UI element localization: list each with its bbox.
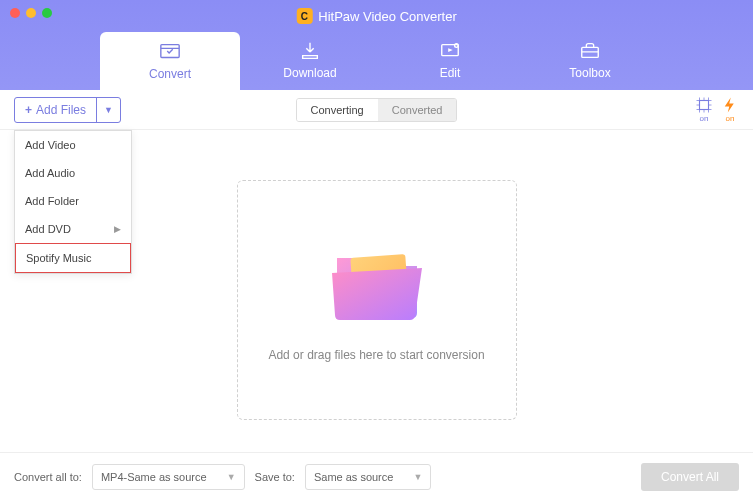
convert-all-to-label: Convert all to: xyxy=(14,471,82,483)
chevron-right-icon: ▶ xyxy=(114,224,121,234)
dropdown-item-add-audio[interactable]: Add Audio xyxy=(15,159,131,187)
app-title-text: HitPaw Video Converter xyxy=(318,9,457,24)
dropzone-text: Add or drag files here to start conversi… xyxy=(268,348,484,362)
tab-convert[interactable]: Convert xyxy=(100,32,240,90)
save-to-select[interactable]: Same as source ▼ xyxy=(305,464,431,490)
svg-rect-4 xyxy=(700,101,709,110)
convert-icon xyxy=(158,41,182,63)
dropzone[interactable]: Add or drag files here to start conversi… xyxy=(237,180,517,420)
add-files-label: Add Files xyxy=(36,103,86,117)
maximize-icon[interactable] xyxy=(42,8,52,18)
hardware-accel-icons: on on xyxy=(695,96,739,123)
select-value: Same as source xyxy=(314,471,393,483)
svg-point-2 xyxy=(455,44,459,48)
folder-icon xyxy=(322,238,432,328)
tab-download[interactable]: Download xyxy=(240,30,380,90)
download-icon xyxy=(298,40,322,62)
segment-control: Converting Converted xyxy=(296,98,458,122)
footer: Convert all to: MP4-Same as source ▼ Sav… xyxy=(0,452,753,500)
tab-label: Toolbox xyxy=(569,66,610,80)
dropdown-item-add-dvd[interactable]: Add DVD▶ xyxy=(15,215,131,243)
dd-label: Add Video xyxy=(25,139,76,151)
dd-label: Add DVD xyxy=(25,223,71,235)
gpu-accel-icon[interactable]: on xyxy=(695,96,713,123)
add-files-dropdown-toggle[interactable]: ▼ xyxy=(96,98,120,122)
gpu-sub: on xyxy=(700,114,709,123)
chevron-down-icon: ▼ xyxy=(227,472,236,482)
convert-all-button[interactable]: Convert All xyxy=(641,463,739,491)
select-value: MP4-Same as source xyxy=(101,471,207,483)
dd-label: Add Audio xyxy=(25,167,75,179)
content-area: Add Video Add Audio Add Folder Add DVD▶ … xyxy=(0,130,753,450)
dropdown-item-add-folder[interactable]: Add Folder xyxy=(15,187,131,215)
segment-converting[interactable]: Converting xyxy=(297,99,378,121)
lightning-accel-icon[interactable]: on xyxy=(721,96,739,123)
add-files-button[interactable]: + Add Files ▼ xyxy=(14,97,121,123)
dropdown-item-add-video[interactable]: Add Video xyxy=(15,131,131,159)
convert-all-to-select[interactable]: MP4-Same as source ▼ xyxy=(92,464,245,490)
add-files-dropdown: Add Video Add Audio Add Folder Add DVD▶ … xyxy=(14,130,132,274)
dd-label: Add Folder xyxy=(25,195,79,207)
edit-icon xyxy=(438,40,462,62)
app-logo-icon: C xyxy=(296,8,312,24)
tab-label: Download xyxy=(283,66,336,80)
plus-icon: + xyxy=(25,103,32,117)
tab-label: Convert xyxy=(149,67,191,81)
dd-label: Spotify Music xyxy=(26,252,91,264)
dropdown-item-spotify-music[interactable]: Spotify Music xyxy=(15,243,131,273)
window-controls xyxy=(10,8,52,18)
toolbox-icon xyxy=(578,40,602,62)
close-icon[interactable] xyxy=(10,8,20,18)
header: C HitPaw Video Converter Convert Downloa… xyxy=(0,0,753,90)
minimize-icon[interactable] xyxy=(26,8,36,18)
chevron-down-icon: ▼ xyxy=(413,472,422,482)
toolbar: + Add Files ▼ Converting Converted on on xyxy=(0,90,753,130)
app-title: C HitPaw Video Converter xyxy=(296,8,457,24)
lightning-sub: on xyxy=(726,114,735,123)
save-to-label: Save to: xyxy=(255,471,295,483)
tab-edit[interactable]: Edit xyxy=(380,30,520,90)
tab-toolbox[interactable]: Toolbox xyxy=(520,30,660,90)
main-tabs: Convert Download Edit Toolbox xyxy=(100,30,713,90)
add-files-main[interactable]: + Add Files xyxy=(15,103,96,117)
segment-converted[interactable]: Converted xyxy=(378,99,457,121)
tab-label: Edit xyxy=(440,66,461,80)
